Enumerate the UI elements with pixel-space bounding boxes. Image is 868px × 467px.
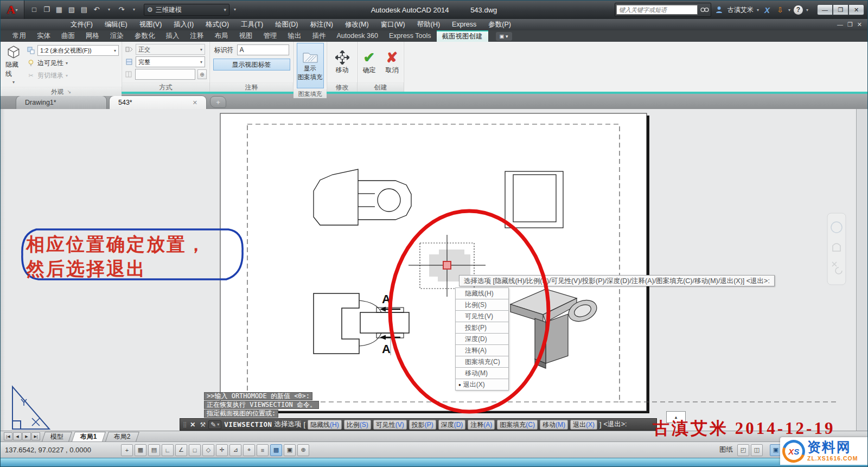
quick-view-drawings-icon[interactable]: ◫ [751,444,763,456]
panel-label-hatch[interactable]: 图案填充 [293,89,327,98]
cmd-option-scale[interactable]: 比例(S) [344,420,371,430]
depth-input[interactable] [135,69,195,80]
menu-view[interactable]: 视图(V) [133,19,168,30]
workspace-switcher[interactable]: ⚙ 三维建模 ▾ [144,4,229,16]
minimize-button[interactable]: — [817,4,833,15]
tab-render[interactable]: 渲染 [105,30,129,42]
tab-express-tools[interactable]: Express Tools [384,30,437,42]
menu-tools[interactable]: 工具(T) [235,19,269,30]
ortho-mode-icon[interactable]: ∟ [162,444,174,456]
dynamic-input-icon[interactable]: ⌖ [243,444,255,456]
canvas-right-edge[interactable] [856,109,867,431]
ctx-annotation[interactable]: 注释(A) [455,344,509,356]
panel-label-create[interactable]: 创建 [358,82,404,92]
ctx-hatch[interactable]: 图案填充(C) [455,356,509,368]
print-icon[interactable]: ▤ [79,4,90,15]
navigation-bar[interactable] [827,213,846,285]
object-snap-icon[interactable]: □ [189,444,201,456]
close-button[interactable]: ✕ [848,4,864,15]
panel-label-annotation[interactable]: 注释 [210,82,293,92]
wrench-icon[interactable]: ⚒ [200,421,206,428]
ctx-hidden-lines[interactable]: 隐藏线(H) [455,287,509,299]
tab-manage[interactable]: 管理 [258,30,283,42]
menu-edit[interactable]: 编辑(E) [99,19,133,30]
menu-parametric[interactable]: 参数(P) [482,19,517,30]
open-icon[interactable]: ❐ [41,4,52,15]
edge-visibility-dropdown[interactable]: 边可见性 ▾ [37,59,68,68]
3d-object-snap-icon[interactable]: ◇ [202,444,214,456]
tab-layout2[interactable]: 布局2 [105,432,139,442]
transparency-icon[interactable]: ▩ [270,444,282,456]
new-file-icon[interactable]: □ [29,4,40,15]
menu-dimension[interactable]: 标注(N) [304,19,339,30]
apps-dropdown-icon[interactable]: ▾ [788,8,790,12]
tab-surface[interactable]: 曲面 [56,30,80,42]
doc-close-icon[interactable]: ✕ [857,21,862,28]
save-icon[interactable]: ▦ [54,4,65,15]
panel-label-modify[interactable]: 修改 [327,82,357,92]
tab-section-view-creation[interactable]: 截面视图创建 [437,30,488,42]
ctx-exit[interactable]: ● 退出(X) [455,379,509,391]
quick-properties-icon[interactable]: ▣ [284,444,296,456]
prev-layout-icon[interactable]: ◀ [13,432,22,440]
save-as-icon[interactable]: ▧ [66,4,77,15]
cmd-option-hatch[interactable]: 图案填充(C) [497,420,538,430]
cancel-button[interactable]: ✘ 取消 [384,49,401,76]
panel-label-method[interactable]: 方式 [122,82,209,92]
ctx-projection[interactable]: 投影(P) [455,322,509,334]
tab-autodesk360[interactable]: Autodesk 360 [331,30,384,42]
menu-format[interactable]: 格式(O) [200,19,235,30]
drawing-canvas[interactable]: A A [1,109,867,431]
ctx-visibility[interactable]: 可见性(V) [455,310,509,322]
selection-cycling-icon[interactable]: ⊕ [297,444,309,456]
show-view-label-button[interactable]: 显示视图标签 [213,59,290,71]
lineweight-icon[interactable]: ≡ [257,444,269,456]
palette-grip-icon[interactable]: ⣿ [183,421,186,427]
tab-insert[interactable]: 插入 [161,30,185,42]
menu-express[interactable]: Express [446,19,482,30]
depth-pick-button[interactable]: ⊕ [197,69,207,79]
tab-output[interactable]: 输出 [283,30,307,42]
autodesk-exchange-icon[interactable]: X [762,4,772,15]
first-layout-icon[interactable]: |◀ [4,432,12,440]
tab-mesh[interactable]: 网格 [80,30,105,42]
orthogonal-combo[interactable]: 正交 ▾ [136,44,205,55]
move-button[interactable]: 移动 [333,49,352,76]
ctx-scale[interactable]: 比例(S) [455,299,509,311]
quick-view-layouts-icon[interactable]: ◰ [737,444,749,456]
help-icon[interactable]: ? [794,5,803,15]
menu-modify[interactable]: 修改(M) [339,19,375,30]
ok-button[interactable]: ✔ 确定 [361,49,378,76]
object-snap-tracking-icon[interactable]: ✛ [216,444,228,456]
hidden-lines-button[interactable]: 隐藏线 ▾ [3,44,24,86]
polar-tracking-icon[interactable]: ∠ [175,444,187,456]
tab-annotate[interactable]: 注释 [185,30,209,42]
tab-home[interactable]: 常用 [7,30,31,42]
tab-parametric[interactable]: 参数化 [129,30,161,42]
command-line-palette[interactable]: ⣿ ✕ ⚒ ✎ ▾ VIEWSECTION 选择选项 [ 隐藏线(H) 比例(S… [180,418,657,431]
dynamic-ucs-icon[interactable]: ⊿ [229,444,241,456]
next-layout-icon[interactable]: ▶ [22,432,31,440]
ribbon-minimize-button[interactable]: ▣ ▾ [496,32,512,41]
show-hatch-button[interactable]: 显示 图案填充 [297,43,324,88]
redo-dropdown-icon[interactable]: ▾ [129,4,139,15]
signed-in-user[interactable]: 古滇艾米 [727,5,754,15]
tab-plugins[interactable]: 插件 [307,30,331,42]
tab-view[interactable]: 视图 [234,30,258,42]
ctx-depth[interactable]: 深度(D) [455,333,509,345]
search-input[interactable] [616,5,698,15]
cmd-option-exit[interactable]: 退出(X) [570,420,597,430]
command-input-icon[interactable]: ✎ ▾ [208,420,221,429]
user-dropdown-icon[interactable]: ▾ [757,8,759,12]
menu-help[interactable]: 帮助(H) [411,19,446,30]
exchange-apps-icon[interactable]: ⇩ [775,4,785,15]
tab-layout[interactable]: 布局 [209,30,234,42]
scale-combo[interactable]: 1:2 (来自父视图(F)) ▾ [37,45,119,56]
file-tab-close-icon[interactable]: ✕ [193,99,197,106]
appearance-launcher-icon[interactable]: ↘ [67,89,72,94]
doc-minimize-icon[interactable]: — [837,21,843,28]
paper-space-button[interactable]: 图纸 [717,445,736,455]
identifier-input[interactable] [237,44,289,55]
cmd-option-annotation[interactable]: 注释(A) [468,420,495,430]
menu-file[interactable]: 文件(F) [65,19,99,30]
